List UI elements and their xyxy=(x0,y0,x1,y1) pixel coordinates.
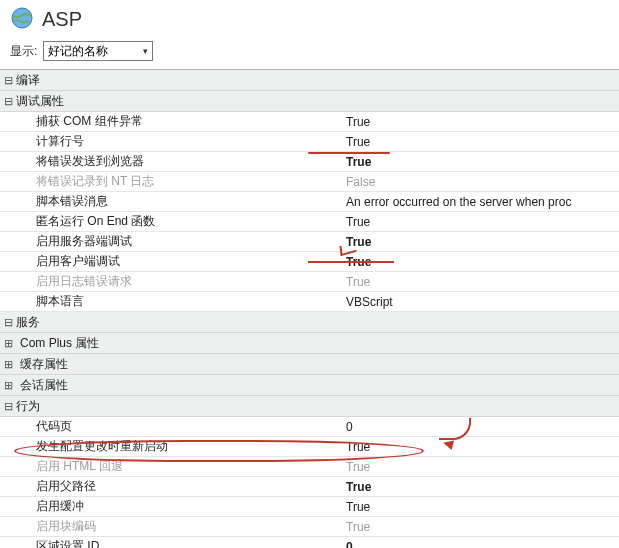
property-name: 将错误记录到 NT 日志 xyxy=(16,173,346,190)
property-row[interactable]: 启用 HTML 回退True xyxy=(0,457,619,477)
display-label: 显示: xyxy=(10,43,37,60)
property-name: 区域设置 ID xyxy=(16,538,346,548)
property-value[interactable]: True xyxy=(346,235,619,249)
property-row[interactable]: 脚本语言VBScript xyxy=(0,292,619,312)
property-name: 将错误发送到浏览器 xyxy=(16,153,346,170)
property-row[interactable]: 发生配置更改时重新启动True xyxy=(0,437,619,457)
property-value[interactable]: 0 xyxy=(346,420,619,434)
property-value[interactable]: True xyxy=(346,460,619,474)
property-value[interactable]: True xyxy=(346,115,619,129)
property-row[interactable]: 将错误发送到浏览器True xyxy=(0,152,619,172)
category-label: 会话属性 xyxy=(20,377,68,394)
property-name: 匿名运行 On End 函数 xyxy=(16,213,346,230)
property-name: 启用 HTML 回退 xyxy=(16,458,346,475)
property-value[interactable]: True xyxy=(346,255,619,269)
property-value[interactable]: VBScript xyxy=(346,295,619,309)
property-row[interactable]: 匿名运行 On End 函数True xyxy=(0,212,619,232)
expand-icon[interactable]: ⊞ xyxy=(0,379,16,392)
property-row[interactable]: 代码页0 xyxy=(0,417,619,437)
display-combo[interactable]: 好记的名称 ▾ xyxy=(43,41,153,61)
property-value[interactable]: False xyxy=(346,175,619,189)
property-name: 捕获 COM 组件异常 xyxy=(16,113,346,130)
property-value[interactable]: True xyxy=(346,440,619,454)
page-title: ASP xyxy=(42,8,82,31)
property-row[interactable]: 启用父路径True xyxy=(0,477,619,497)
property-value[interactable]: 0 xyxy=(346,540,619,549)
category-row[interactable]: ⊟编译 xyxy=(0,70,619,91)
property-name: 启用块编码 xyxy=(16,518,346,535)
expand-icon[interactable]: ⊞ xyxy=(0,358,16,371)
property-name: 计算行号 xyxy=(16,133,346,150)
property-value[interactable]: True xyxy=(346,480,619,494)
property-value[interactable]: True xyxy=(346,215,619,229)
property-value[interactable]: True xyxy=(346,500,619,514)
property-name: 启用服务器端调试 xyxy=(16,233,346,250)
expand-icon[interactable]: ⊟ xyxy=(0,400,16,413)
property-value[interactable]: True xyxy=(346,135,619,149)
property-name: 启用缓冲 xyxy=(16,498,346,515)
toolbar: 显示: 好记的名称 ▾ xyxy=(0,37,619,70)
property-grid: ⊟编译⊟调试属性捕获 COM 组件异常True计算行号True将错误发送到浏览器… xyxy=(0,70,619,548)
category-label: 缓存属性 xyxy=(20,356,68,373)
expand-icon[interactable]: ⊟ xyxy=(0,95,16,108)
property-name: 脚本错误消息 xyxy=(16,193,346,210)
property-row[interactable]: 启用块编码True xyxy=(0,517,619,537)
category-label: 行为 xyxy=(16,398,40,415)
property-name: 启用客户端调试 xyxy=(16,253,346,270)
category-row[interactable]: ⊟行为 xyxy=(0,396,619,417)
property-name: 启用父路径 xyxy=(16,478,346,495)
category-label: 编译 xyxy=(16,72,40,89)
property-name: 代码页 xyxy=(16,418,346,435)
expand-icon[interactable]: ⊟ xyxy=(0,74,16,87)
globe-icon xyxy=(10,6,42,33)
property-row[interactable]: 区域设置 ID0 xyxy=(0,537,619,548)
property-name: 脚本语言 xyxy=(16,293,346,310)
property-row[interactable]: 脚本错误消息An error occurred on the server wh… xyxy=(0,192,619,212)
property-row[interactable]: 启用缓冲True xyxy=(0,497,619,517)
category-row[interactable]: ⊟调试属性 xyxy=(0,91,619,112)
property-name: 启用日志错误请求 xyxy=(16,273,346,290)
property-row[interactable]: 启用日志错误请求True xyxy=(0,272,619,292)
property-value[interactable]: True xyxy=(346,155,619,169)
property-row[interactable]: 捕获 COM 组件异常True xyxy=(0,112,619,132)
property-value[interactable]: An error occurred on the server when pro… xyxy=(346,195,619,209)
property-value[interactable]: True xyxy=(346,275,619,289)
property-row[interactable]: 将错误记录到 NT 日志False xyxy=(0,172,619,192)
expand-icon[interactable]: ⊞ xyxy=(0,337,16,350)
property-name: 发生配置更改时重新启动 xyxy=(16,438,346,455)
category-row[interactable]: ⊞缓存属性 xyxy=(0,354,619,375)
category-label: Com Plus 属性 xyxy=(20,335,99,352)
page-header: ASP xyxy=(0,0,619,37)
property-row[interactable]: 启用客户端调试True xyxy=(0,252,619,272)
category-row[interactable]: ⊟服务 xyxy=(0,312,619,333)
category-label: 调试属性 xyxy=(16,93,64,110)
display-combo-value: 好记的名称 xyxy=(48,43,143,60)
category-row[interactable]: ⊞Com Plus 属性 xyxy=(0,333,619,354)
chevron-down-icon: ▾ xyxy=(143,46,148,56)
category-label: 服务 xyxy=(16,314,40,331)
property-row[interactable]: 计算行号True xyxy=(0,132,619,152)
expand-icon[interactable]: ⊟ xyxy=(0,316,16,329)
property-row[interactable]: 启用服务器端调试True xyxy=(0,232,619,252)
property-value[interactable]: True xyxy=(346,520,619,534)
category-row[interactable]: ⊞会话属性 xyxy=(0,375,619,396)
